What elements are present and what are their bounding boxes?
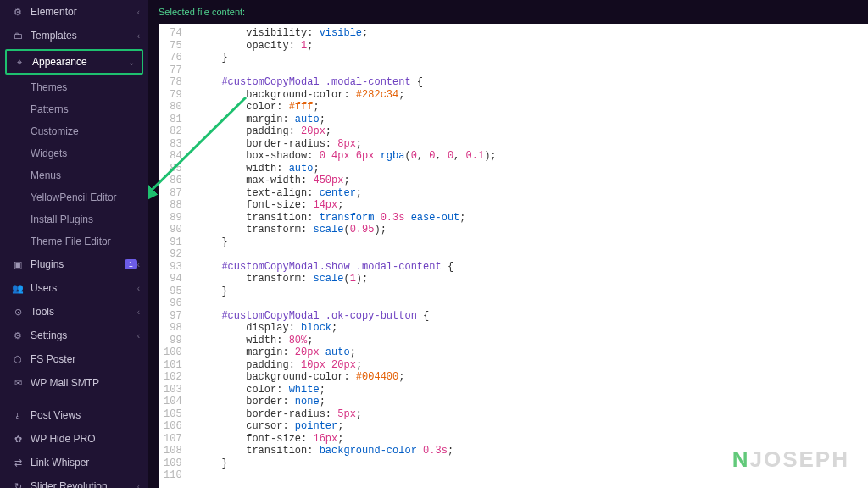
sidebar-item-link-whisper[interactable]: ⇄Link Whisper	[0, 451, 148, 474]
line-number: 83	[164, 138, 182, 151]
code-line: #customCopyModal.show .modal-content {	[198, 261, 497, 274]
post-views-icon: ⫰	[12, 410, 24, 420]
sidebar-item-label: WP Mail SMTP	[31, 377, 140, 389]
chevron-icon: ‹	[137, 31, 140, 41]
line-number: 82	[164, 125, 182, 138]
line-number: 74	[164, 27, 182, 40]
line-number: 94	[164, 273, 182, 286]
selected-file-label: Selected file content:	[148, 0, 868, 24]
sidebar-item-templates[interactable]: 🗀Templates‹	[0, 24, 148, 47]
slider-revolution-icon: ↻	[12, 481, 24, 489]
sidebar-item-appearance[interactable]: ⌖ Appearance ⌄	[7, 51, 142, 73]
line-number: 107	[164, 433, 182, 446]
sidebar-item-wp-hide-pro[interactable]: ✿WP Hide PRO	[0, 427, 148, 451]
code-line: border-radius: 8px;	[198, 138, 497, 151]
code-line: width: auto;	[198, 163, 497, 175]
sidebar-item-tools[interactable]: ⊙Tools‹	[0, 300, 148, 324]
fs-poster-icon: ⬡	[12, 354, 24, 365]
line-number: 101	[164, 359, 182, 372]
code-line: font-size: 14px;	[198, 199, 497, 212]
line-number: 102	[164, 371, 182, 384]
code-line: transition: background-color 0.3s;	[198, 445, 497, 458]
code-line	[198, 248, 497, 261]
wp-mail-smtp-icon: ✉	[12, 378, 24, 389]
line-number: 99	[164, 335, 182, 347]
code-line: color: #fff;	[198, 101, 497, 114]
code-content[interactable]: visibility: visible; opacity: 1; } #cust…	[189, 24, 497, 485]
code-line: border: none;	[198, 396, 497, 408]
code-line: transform: scale(0.95);	[198, 224, 497, 236]
sidebar-subitem-customize[interactable]: Customize	[0, 120, 148, 142]
sidebar-subitem-menus[interactable]: Menus	[0, 164, 148, 186]
line-number: 98	[164, 322, 182, 335]
sidebar-subitem-themes[interactable]: Themes	[0, 76, 148, 98]
sidebar-item-label: Post Views	[31, 409, 140, 421]
settings-icon: ⚙	[12, 330, 24, 341]
sidebar-item-label: Templates	[31, 30, 137, 42]
code-line: display: block;	[198, 322, 497, 335]
sidebar-item-elementor[interactable]: ⚙Elementor‹	[0, 0, 148, 24]
line-number-gutter: 7475767778798081828384858687888990919293…	[159, 24, 189, 485]
line-number: 79	[164, 89, 182, 102]
code-line: box-shadow: 0 4px 6px rgba(0, 0, 0, 0.1)…	[198, 150, 497, 163]
plugins-icon: ▣	[12, 259, 24, 270]
code-line: }	[198, 286, 497, 298]
sidebar-item-label: Plugins	[31, 258, 121, 270]
sidebar-item-appearance-highlight: ⌖ Appearance ⌄	[5, 49, 143, 75]
templates-icon: 🗀	[12, 30, 24, 41]
code-line: background-color: #282c34;	[198, 89, 497, 102]
sidebar-item-post-views[interactable]: ⫰Post Views	[0, 403, 148, 427]
sidebar-subitem-theme-file-editor[interactable]: Theme File Editor	[0, 230, 148, 252]
line-number: 100	[164, 347, 182, 359]
sidebar-item-plugins[interactable]: ▣Plugins1‹	[0, 252, 148, 276]
sidebar-subitem-install-plugins[interactable]: Install Plugins	[0, 208, 148, 230]
sidebar-menu-bottom: ⫰Post Views✿WP Hide PRO⇄Link Whisper↻Sli…	[0, 403, 148, 488]
line-number: 88	[164, 199, 182, 212]
code-line: padding: 20px;	[198, 125, 497, 138]
code-line: border-radius: 5px;	[198, 408, 497, 421]
sidebar-subitem-widgets[interactable]: Widgets	[0, 142, 148, 164]
line-number: 104	[164, 396, 182, 408]
sidebar-subitem-yellowpencil-editor[interactable]: YellowPencil Editor	[0, 186, 148, 208]
code-line: }	[198, 458, 497, 470]
code-line: text-align: center;	[198, 187, 497, 200]
line-number: 80	[164, 101, 182, 114]
line-number: 109	[164, 458, 182, 470]
code-line: }	[198, 52, 497, 64]
code-line: #customCopyModal .ok-copy-button {	[198, 310, 497, 323]
sidebar-item-label: Appearance	[32, 56, 128, 68]
chevron-icon: ‹	[137, 8, 140, 17]
chevron-icon: ‹	[137, 482, 140, 489]
sidebar-item-settings[interactable]: ⚙Settings‹	[0, 324, 148, 347]
code-line: }	[198, 236, 497, 249]
line-number: 96	[164, 297, 182, 310]
line-number: 90	[164, 224, 182, 236]
sidebar-menu-top: ⚙Elementor‹🗀Templates‹	[0, 0, 148, 47]
code-line: padding: 10px 20px;	[198, 359, 497, 372]
sidebar-subitem-patterns[interactable]: Patterns	[0, 98, 148, 120]
code-line: font-size: 16px;	[198, 433, 497, 446]
sidebar-item-fs-poster[interactable]: ⬡FS Poster	[0, 347, 148, 371]
sidebar-item-wp-mail-smtp[interactable]: ✉WP Mail SMTP	[0, 371, 148, 395]
code-line: cursor: pointer;	[198, 420, 497, 433]
tools-icon: ⊙	[12, 307, 24, 318]
elementor-icon: ⚙	[12, 7, 24, 18]
code-line: transform: scale(1);	[198, 273, 497, 286]
code-line: width: 80%;	[198, 335, 497, 347]
update-count-badge: 1	[125, 259, 137, 269]
line-number: 105	[164, 408, 182, 421]
line-number: 95	[164, 286, 182, 298]
sidebar-item-users[interactable]: 👥Users‹	[0, 276, 148, 300]
chevron-icon: ‹	[137, 331, 140, 341]
line-number: 108	[164, 445, 182, 458]
sidebar-item-slider-revolution[interactable]: ↻Slider Revolution‹	[0, 474, 148, 488]
code-editor[interactable]: 7475767778798081828384858687888990919293…	[159, 24, 868, 488]
code-line: color: white;	[198, 384, 497, 396]
line-number: 86	[164, 175, 182, 187]
code-line: background-color: #004400;	[198, 371, 497, 384]
link-whisper-icon: ⇄	[12, 458, 24, 469]
admin-sidebar: ⚙Elementor‹🗀Templates‹ ⌖ Appearance ⌄ Th…	[0, 0, 148, 488]
code-line	[198, 297, 497, 310]
line-number: 106	[164, 420, 182, 433]
chevron-down-icon: ⌄	[128, 58, 135, 67]
